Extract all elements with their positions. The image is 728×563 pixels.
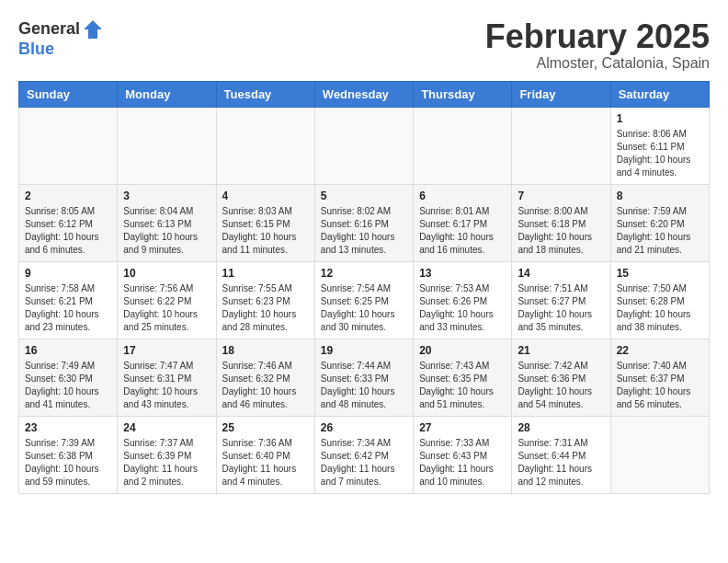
day-cell: 10Sunrise: 7:56 AM Sunset: 6:22 PM Dayli…	[118, 261, 216, 339]
day-cell: 23Sunrise: 7:39 AM Sunset: 6:38 PM Dayli…	[19, 416, 118, 493]
day-info: Sunrise: 7:56 AM Sunset: 6:22 PM Dayligh…	[123, 282, 210, 334]
day-number: 8	[617, 190, 703, 202]
calendar: SundayMondayTuesdayWednesdayThursdayFrid…	[18, 81, 710, 494]
logo-general: General	[18, 20, 80, 39]
day-number: 7	[518, 190, 604, 202]
day-info: Sunrise: 7:39 AM Sunset: 6:38 PM Dayligh…	[25, 437, 111, 488]
day-number: 14	[518, 267, 604, 280]
day-number: 27	[419, 421, 506, 434]
day-number: 9	[25, 267, 111, 280]
day-cell	[19, 107, 118, 184]
week-row-3: 9Sunrise: 7:58 AM Sunset: 6:21 PM Daylig…	[19, 261, 710, 339]
day-number: 2	[25, 190, 111, 202]
day-info: Sunrise: 7:36 AM Sunset: 6:40 PM Dayligh…	[222, 437, 309, 488]
day-info: Sunrise: 7:44 AM Sunset: 6:33 PM Dayligh…	[321, 360, 407, 411]
day-number: 21	[518, 344, 604, 357]
day-number: 1	[617, 112, 703, 125]
day-cell: 27Sunrise: 7:33 AM Sunset: 6:43 PM Dayli…	[414, 416, 512, 493]
day-cell: 22Sunrise: 7:40 AM Sunset: 6:37 PM Dayli…	[610, 339, 709, 416]
day-info: Sunrise: 7:37 AM Sunset: 6:39 PM Dayligh…	[123, 437, 210, 488]
month-title: February 2025	[485, 18, 710, 55]
day-number: 28	[518, 421, 604, 434]
weekday-friday: Friday	[512, 81, 610, 107]
day-info: Sunrise: 8:01 AM Sunset: 6:17 PM Dayligh…	[419, 205, 506, 257]
day-cell	[216, 107, 314, 184]
day-cell	[512, 107, 610, 184]
day-cell: 14Sunrise: 7:51 AM Sunset: 6:27 PM Dayli…	[512, 261, 610, 339]
week-row-2: 2Sunrise: 8:05 AM Sunset: 6:12 PM Daylig…	[19, 184, 710, 261]
day-number: 4	[222, 190, 309, 202]
day-info: Sunrise: 7:42 AM Sunset: 6:36 PM Dayligh…	[518, 360, 604, 411]
day-info: Sunrise: 7:47 AM Sunset: 6:31 PM Dayligh…	[123, 360, 210, 411]
day-number: 17	[123, 344, 210, 357]
day-info: Sunrise: 8:00 AM Sunset: 6:18 PM Dayligh…	[518, 205, 604, 257]
day-number: 20	[419, 344, 506, 357]
day-number: 10	[123, 267, 210, 280]
day-cell: 19Sunrise: 7:44 AM Sunset: 6:33 PM Dayli…	[314, 339, 413, 416]
day-number: 12	[321, 267, 407, 280]
logo: General Blue	[18, 18, 104, 59]
day-number: 22	[617, 344, 703, 357]
day-number: 3	[123, 190, 210, 202]
header: General Blue February 2025 Almoster, Cat…	[18, 18, 710, 72]
day-cell: 16Sunrise: 7:49 AM Sunset: 6:30 PM Dayli…	[19, 339, 118, 416]
day-cell: 11Sunrise: 7:55 AM Sunset: 6:23 PM Dayli…	[216, 261, 314, 339]
day-cell: 2Sunrise: 8:05 AM Sunset: 6:12 PM Daylig…	[19, 184, 118, 261]
day-cell	[118, 107, 216, 184]
day-number: 24	[123, 421, 210, 434]
weekday-monday: Monday	[118, 81, 216, 107]
day-number: 13	[419, 267, 506, 280]
day-info: Sunrise: 7:53 AM Sunset: 6:26 PM Dayligh…	[419, 282, 506, 334]
day-cell: 1Sunrise: 8:06 AM Sunset: 6:11 PM Daylig…	[610, 107, 709, 184]
day-number: 23	[25, 421, 111, 434]
day-info: Sunrise: 7:43 AM Sunset: 6:35 PM Dayligh…	[419, 360, 506, 411]
day-info: Sunrise: 7:33 AM Sunset: 6:43 PM Dayligh…	[419, 437, 506, 488]
day-info: Sunrise: 8:03 AM Sunset: 6:15 PM Dayligh…	[222, 205, 309, 257]
day-cell	[610, 416, 709, 493]
day-number: 6	[419, 190, 506, 202]
day-info: Sunrise: 7:54 AM Sunset: 6:25 PM Dayligh…	[321, 282, 407, 334]
week-row-4: 16Sunrise: 7:49 AM Sunset: 6:30 PM Dayli…	[19, 339, 710, 416]
day-cell: 7Sunrise: 8:00 AM Sunset: 6:18 PM Daylig…	[512, 184, 610, 261]
day-number: 18	[222, 344, 309, 357]
day-cell: 20Sunrise: 7:43 AM Sunset: 6:35 PM Dayli…	[414, 339, 512, 416]
svg-marker-0	[84, 20, 102, 39]
day-cell: 5Sunrise: 8:02 AM Sunset: 6:16 PM Daylig…	[314, 184, 413, 261]
day-number: 16	[25, 344, 111, 357]
location-title: Almoster, Catalonia, Spain	[485, 55, 710, 72]
weekday-thursday: Thursday	[414, 81, 512, 107]
day-cell: 6Sunrise: 8:01 AM Sunset: 6:17 PM Daylig…	[414, 184, 512, 261]
weekday-saturday: Saturday	[610, 81, 709, 107]
day-info: Sunrise: 7:51 AM Sunset: 6:27 PM Dayligh…	[518, 282, 604, 334]
calendar-body: 1Sunrise: 8:06 AM Sunset: 6:11 PM Daylig…	[19, 107, 710, 493]
day-info: Sunrise: 7:40 AM Sunset: 6:37 PM Dayligh…	[617, 360, 703, 411]
day-cell	[414, 107, 512, 184]
logo-icon	[82, 18, 104, 40]
day-cell	[314, 107, 413, 184]
day-cell: 12Sunrise: 7:54 AM Sunset: 6:25 PM Dayli…	[314, 261, 413, 339]
day-number: 11	[222, 267, 309, 280]
day-cell: 21Sunrise: 7:42 AM Sunset: 6:36 PM Dayli…	[512, 339, 610, 416]
day-number: 19	[321, 344, 407, 357]
day-info: Sunrise: 8:02 AM Sunset: 6:16 PM Dayligh…	[321, 205, 407, 257]
week-row-5: 23Sunrise: 7:39 AM Sunset: 6:38 PM Dayli…	[19, 416, 710, 493]
day-number: 15	[617, 267, 703, 280]
day-cell: 8Sunrise: 7:59 AM Sunset: 6:20 PM Daylig…	[610, 184, 709, 261]
day-info: Sunrise: 7:59 AM Sunset: 6:20 PM Dayligh…	[617, 205, 703, 257]
day-cell: 3Sunrise: 8:04 AM Sunset: 6:13 PM Daylig…	[118, 184, 216, 261]
weekday-header-row: SundayMondayTuesdayWednesdayThursdayFrid…	[19, 81, 710, 107]
weekday-tuesday: Tuesday	[216, 81, 314, 107]
day-cell: 15Sunrise: 7:50 AM Sunset: 6:28 PM Dayli…	[610, 261, 709, 339]
day-cell: 24Sunrise: 7:37 AM Sunset: 6:39 PM Dayli…	[118, 416, 216, 493]
day-info: Sunrise: 7:55 AM Sunset: 6:23 PM Dayligh…	[222, 282, 309, 334]
weekday-wednesday: Wednesday	[314, 81, 413, 107]
day-cell: 17Sunrise: 7:47 AM Sunset: 6:31 PM Dayli…	[118, 339, 216, 416]
day-number: 25	[222, 421, 309, 434]
day-info: Sunrise: 8:06 AM Sunset: 6:11 PM Dayligh…	[617, 128, 703, 179]
day-cell: 25Sunrise: 7:36 AM Sunset: 6:40 PM Dayli…	[216, 416, 314, 493]
day-info: Sunrise: 7:58 AM Sunset: 6:21 PM Dayligh…	[25, 282, 111, 334]
day-number: 26	[321, 421, 407, 434]
day-cell: 4Sunrise: 8:03 AM Sunset: 6:15 PM Daylig…	[216, 184, 314, 261]
title-area: February 2025 Almoster, Catalonia, Spain	[485, 18, 710, 72]
day-info: Sunrise: 7:46 AM Sunset: 6:32 PM Dayligh…	[222, 360, 309, 411]
